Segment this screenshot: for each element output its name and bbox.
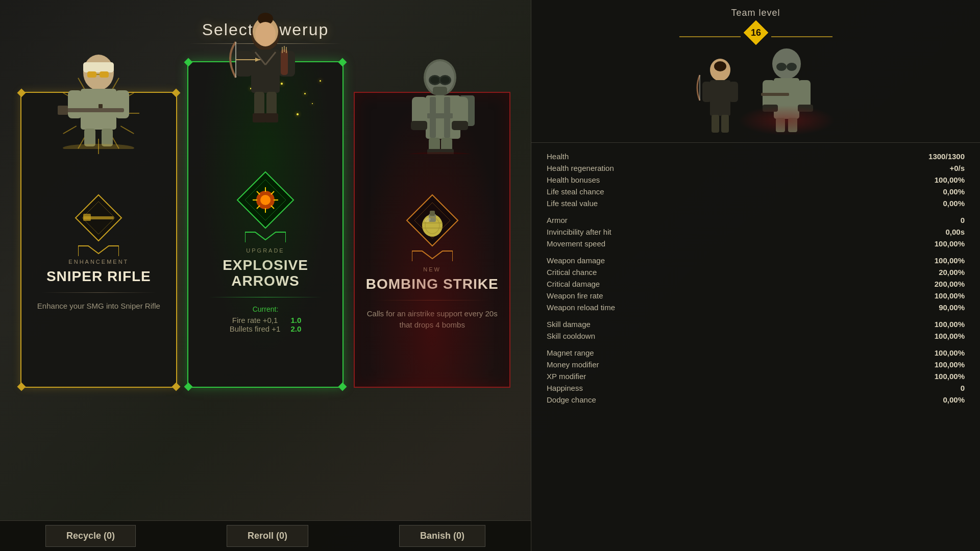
arrows-divider: [209, 297, 323, 297]
reroll-button[interactable]: Reroll (0): [227, 525, 308, 547]
svg-rect-37: [236, 51, 252, 77]
card-sniper-rifle[interactable]: ENHANCEMENT SNIPER RIFLE Enhance your SM…: [20, 92, 177, 388]
svg-rect-14: [87, 71, 96, 78]
svg-rect-13: [83, 62, 114, 72]
stat-label-weapon-damage: Weapon damage: [547, 256, 605, 265]
stat-row-critical-chance: Critical chance20,00%: [547, 266, 965, 278]
m-shape-arrows: [245, 230, 286, 244]
stat-col-labels: Fire rate +0,1 Bullets fired +1: [230, 316, 281, 333]
fire-rate-label: Fire rate +0,1: [230, 316, 281, 324]
arrows-diamond-icon: [235, 169, 296, 233]
stat-label-health-bonuses: Health bonuses: [547, 176, 600, 184]
stat-value-xp-modifier: 100,00%: [924, 372, 965, 381]
bullets-label: Bullets fired +1: [230, 324, 281, 333]
stat-value-weapon-damage: 100,00%: [924, 256, 965, 265]
arrows-tag: UPGRADE: [199, 247, 333, 254]
stat-row-movement-speed: Movement speed100,00%: [547, 238, 965, 249]
card-explosive-arrows[interactable]: UPGRADE EXPLOSIVE ARROWS Current: Fire r…: [187, 61, 344, 388]
stat-value-dodge-chance: 0,00%: [924, 395, 965, 404]
stat-row-invincibility: Invincibility after hit0,00s: [547, 226, 965, 238]
stat-label-invincibility: Invincibility after hit: [547, 228, 611, 236]
bomber-character: [394, 52, 486, 156]
bombing-card-content: NEW BOMBING STRIKE Calls for an airstrik…: [355, 259, 509, 387]
stat-row-critical-damage: Critical damage200,00%: [547, 278, 965, 290]
svg-rect-24: [102, 129, 113, 146]
svg-point-53: [260, 195, 271, 205]
current-label: Current:: [199, 305, 333, 313]
banish-button[interactable]: Banish (0): [399, 525, 485, 547]
stat-value-health-bonuses: 100,00%: [924, 176, 965, 184]
m-shape-bombing: [412, 248, 453, 263]
cards-container: ENHANCEMENT SNIPER RIFLE Enhance your SM…: [20, 61, 510, 398]
stat-row-happiness: Happiness0: [547, 382, 965, 394]
stat-value-critical-chance: 20,00%: [924, 268, 965, 277]
level-badge: 16: [743, 19, 769, 46]
stat-label-weapon-fire-rate: Weapon fire rate: [547, 291, 603, 300]
svg-point-105: [776, 63, 787, 71]
stat-value-skill-damage: 100,00%: [924, 320, 965, 329]
corner-tr: [172, 89, 180, 97]
archer-character: [214, 6, 316, 126]
right-panel: Team level 16: [531, 0, 980, 551]
svg-rect-114: [761, 93, 789, 96]
m-shape-sniper: [78, 243, 119, 258]
stat-label-life-steal-chance: Life steal chance: [547, 187, 604, 196]
stat-value-money-modifier: 100,00%: [924, 360, 965, 369]
stat-label-money-modifier: Money modifier: [547, 360, 599, 369]
svg-point-67: [440, 77, 450, 84]
stat-value-skill-cooldown: 100,00%: [924, 332, 965, 340]
stat-row-weapon-fire-rate: Weapon fire rate100,00%: [547, 290, 965, 302]
svg-rect-44: [253, 113, 266, 122]
stat-label-critical-chance: Critical chance: [547, 268, 597, 277]
svg-rect-29: [83, 214, 91, 221]
stat-value-health: 1300/1300: [924, 152, 965, 161]
stat-row-life-steal-value: Life steal value0,00%: [547, 197, 965, 209]
stat-row-skill-cooldown: Skill cooldown100,00%: [547, 330, 965, 342]
svg-rect-45: [265, 113, 278, 122]
card-bombing-strike[interactable]: NEW BOMBING STRIKE Calls for an airstrik…: [354, 92, 510, 388]
bombing-divider: [375, 300, 489, 300]
stat-value-weapon-reload: 90,00%: [924, 303, 965, 312]
stat-label-skill-damage: Skill damage: [547, 320, 591, 329]
sniper-name: SNIPER RIFLE: [32, 269, 166, 285]
bombing-desc: Calls for an airstrike support every 20s…: [365, 308, 499, 331]
svg-rect-19: [115, 90, 129, 118]
stat-row-health: Health1300/1300: [547, 151, 965, 162]
stat-label-movement-speed: Movement speed: [547, 239, 605, 248]
stat-row-money-modifier: Money modifier100,00%: [547, 359, 965, 370]
bombing-name: BOMBING STRIKE: [365, 277, 499, 292]
stat-rows: Fire rate +0,1 Bullets fired +1 1.0 2.0: [199, 316, 333, 333]
stat-row-health-regen: Health regeneration+0/s: [547, 162, 965, 174]
svg-rect-87: [430, 211, 435, 216]
svg-rect-102: [721, 115, 729, 133]
stat-group-divider: [547, 342, 965, 347]
sniper-desc: Enhance your SMG into Sniper Rifle: [32, 300, 166, 312]
svg-rect-73: [427, 113, 453, 118]
stat-value-life-steal-value: 0,00%: [924, 199, 965, 208]
svg-point-33: [255, 22, 276, 46]
stat-label-critical-damage: Critical damage: [547, 280, 600, 288]
stat-value-invincibility: 0,00s: [924, 228, 965, 236]
stat-group-divider: [547, 313, 965, 318]
stat-value-weapon-fire-rate: 100,00%: [924, 291, 965, 300]
stat-label-armor: Armor: [547, 216, 568, 224]
arrows-card-content: UPGRADE EXPLOSIVE ARROWS Current: Fire r…: [188, 240, 343, 387]
recycle-button[interactable]: Recycle (0): [45, 525, 136, 547]
bullets-value: 2.0: [290, 324, 301, 333]
svg-point-104: [772, 48, 801, 79]
stat-row-dodge-chance: Dodge chance0,00%: [547, 394, 965, 406]
sniper-character: [53, 47, 144, 151]
svg-rect-23: [84, 129, 95, 146]
stat-value-happiness: 0: [924, 384, 965, 392]
stat-label-skill-cooldown: Skill cooldown: [547, 332, 595, 340]
stat-group-divider: [547, 209, 965, 214]
team-level-title: Team level: [542, 8, 970, 18]
stat-value-critical-damage: 200,00%: [924, 280, 965, 288]
sniper-divider: [42, 292, 156, 293]
arrows-stats: Current: Fire rate +0,1 Bullets fired +1…: [199, 305, 333, 333]
svg-rect-77: [452, 121, 468, 130]
stat-label-health: Health: [547, 152, 569, 161]
stat-row-weapon-reload: Weapon reload time90,00%: [547, 302, 965, 313]
svg-point-82: [407, 152, 473, 154]
stat-value-health-regen: +0/s: [924, 164, 965, 172]
